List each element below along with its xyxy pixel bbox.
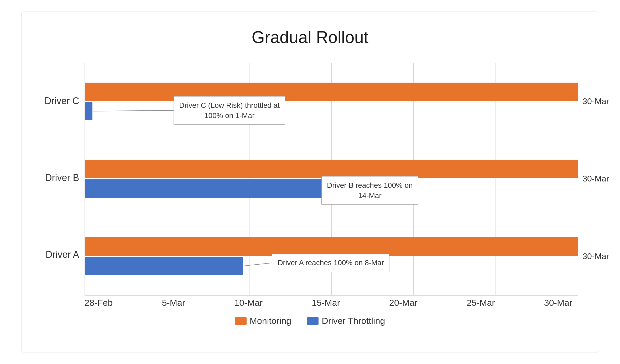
right-label-c: 30-Mar <box>582 97 609 106</box>
x-axis: 28-Feb 5-Mar 10-Mar 15-Mar 20-Mar 25-Mar… <box>85 298 578 308</box>
callout-c-line2: 100% on 1-Mar <box>204 111 254 120</box>
bar-blue-a <box>85 257 243 275</box>
legend-label-throttling: Driver Throttling <box>322 316 385 326</box>
legend-label-monitoring: Monitoring <box>250 316 291 326</box>
callout-a-line1: Driver A reaches 100% on 8-Mar <box>278 259 384 267</box>
legend-swatch-monitoring <box>235 317 247 325</box>
bar-row-driver-c: 30-Mar Driver C (Low Risk) throttled at … <box>85 75 578 128</box>
bar-row-driver-b: 30-Mar Driver B reaches 100% on 14-Mar <box>85 153 578 205</box>
x-label-2: 10-Mar <box>234 298 263 308</box>
y-label-a: Driver A <box>43 249 79 260</box>
bar-row-driver-a: 30-Mar Driver A reaches 100% on 8-Mar <box>85 230 578 282</box>
bar-orange-c <box>85 83 578 101</box>
y-label-c: Driver C <box>43 95 79 106</box>
x-label-1: 5-Mar <box>162 298 185 308</box>
callout-a: Driver A reaches 100% on 8-Mar <box>272 254 389 272</box>
y-axis-labels: Driver C Driver B Driver A <box>43 63 85 296</box>
x-label-4: 20-Mar <box>389 298 418 308</box>
legend-item-monitoring: Monitoring <box>235 316 291 326</box>
callout-c: Driver C (Low Risk) throttled at 100% on… <box>174 96 285 125</box>
bar-blue-c <box>85 102 92 120</box>
legend-item-throttling: Driver Throttling <box>307 316 385 326</box>
chart-body: Driver C Driver B Driver A <box>43 63 578 296</box>
bar-orange-b <box>85 160 578 178</box>
chart-container: Gradual Rollout Driver C Driver B Driver… <box>21 12 599 352</box>
callout-b: Driver B reaches 100% on 14-Mar <box>321 176 418 205</box>
right-label-b: 30-Mar <box>582 174 609 184</box>
bar-blue-b <box>85 179 321 198</box>
callout-b-line1: Driver B reaches 100% on <box>327 181 413 189</box>
x-label-5: 25-Mar <box>467 298 495 308</box>
legend-swatch-throttling <box>307 317 319 325</box>
right-label-a: 30-Mar <box>582 251 609 261</box>
chart-title: Gradual Rollout <box>43 28 578 47</box>
bars-area: 30-Mar Driver C (Low Risk) throttled at … <box>85 63 578 296</box>
callout-b-line2: 14-Mar <box>358 191 382 200</box>
bar-group-c <box>85 75 578 128</box>
x-label-6: 30-Mar <box>544 298 572 308</box>
y-label-b: Driver B <box>43 172 79 183</box>
bar-orange-a <box>85 237 578 256</box>
x-label-3: 15-Mar <box>312 298 340 308</box>
callout-c-line1: Driver C (Low Risk) throttled at <box>179 101 280 109</box>
x-label-0: 28-Feb <box>85 298 113 308</box>
legend: Monitoring Driver Throttling <box>43 316 578 326</box>
chart-area: Driver C Driver B Driver A <box>43 63 578 326</box>
grid-line-6 <box>578 63 578 295</box>
